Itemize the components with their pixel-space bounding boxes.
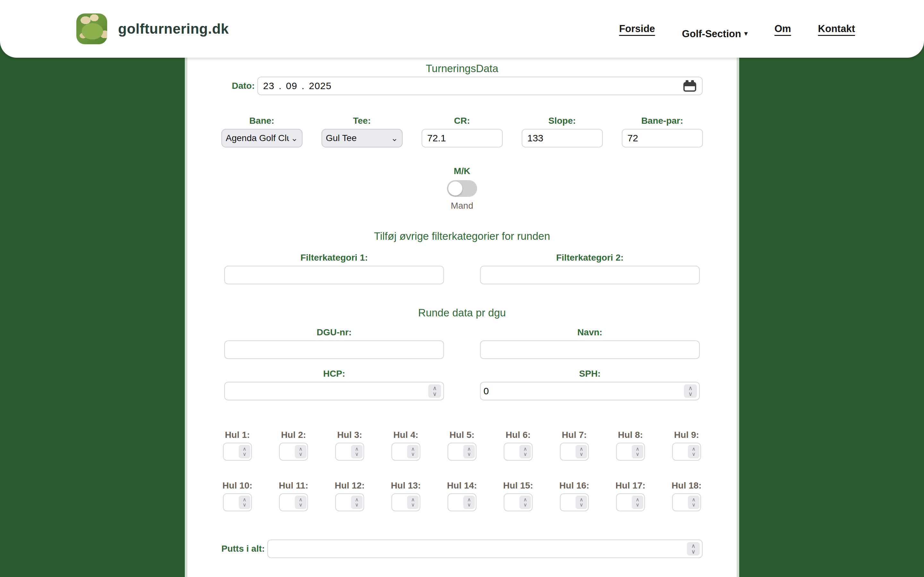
hul-1-label: Hul 1: [225,430,250,440]
stepper-icon[interactable]: ∧∨ [575,445,587,458]
nav-forside[interactable]: Forside [619,23,655,35]
hul-7-label: Hul 7: [562,430,587,440]
hul-9-label: Hul 9: [674,430,699,440]
stepper-icon[interactable]: ∧∨ [688,496,699,509]
tee-select-value: Gul Tee [326,133,389,143]
content-panel: TurneringsData Dato: Bane: Agenda Golf C… [185,58,739,577]
stepper-icon[interactable]: ∧ ∨ [428,384,441,398]
hcp-label: HCP: [323,369,345,379]
hul-12-label: Hul 12: [334,480,365,491]
stepper-icon[interactable]: ∧∨ [688,445,699,458]
select-chevron-icon: ⌄ [291,133,298,143]
calendar-icon[interactable] [683,80,696,92]
filter2-label: Filterkategori 2: [556,253,624,263]
stepper-icon[interactable]: ∧∨ [407,496,419,509]
hul-3-label: Hul 3: [337,430,362,440]
brand[interactable]: golfturnering.dk [76,13,229,44]
stepper-down-icon[interactable]: ∨ [691,549,695,554]
nav-kontakt[interactable]: Kontakt [818,23,855,35]
hul-2-label: Hul 2: [281,430,306,440]
bane-select[interactable]: Agenda Golf Club ⌄ [221,129,302,147]
stepper-icon[interactable]: ∧ ∨ [687,542,700,556]
hul-13-label: Hul 13: [391,480,421,491]
putts-label: Putts i alt: [221,544,267,554]
banepar-input[interactable] [622,129,703,147]
putts-row: Putts i alt: ∧ ∨ [221,540,703,558]
nav-golf-section-dropdown[interactable]: Golf-Section ▾ [682,28,748,40]
filter-heading: Tilføj øvrige filterkategorier for runde… [221,230,703,242]
main-nav: Forside Golf-Section ▾ Om Kontakt [619,23,855,35]
sph-input[interactable] [480,382,700,400]
stepper-icon[interactable]: ∧ ∨ [684,384,697,398]
gender-toggle[interactable] [447,180,477,197]
hul-5-label: Hul 5: [449,430,475,440]
player-row: DGU-nr: Navn: [221,327,703,359]
dgu-label: DGU-nr: [317,327,352,338]
cr-input[interactable] [422,129,503,147]
mk-label: M/K [454,166,470,176]
tee-select[interactable]: Gul Tee ⌄ [321,129,403,147]
banepar-label: Bane-par: [641,116,683,126]
stepper-icon[interactable]: ∧∨ [295,496,306,509]
nav-golf-section-label: Golf-Section [682,28,741,40]
slope-input[interactable] [522,129,603,147]
stepper-icon[interactable]: ∧∨ [632,445,643,458]
course-data-row: Bane: Agenda Golf Club ⌄ Tee: Gul Tee ⌄ … [221,116,703,147]
filter-row: Filterkategori 1: Filterkategori 2: [221,253,703,284]
dato-input[interactable] [257,77,703,95]
app-header: golfturnering.dk Forside Golf-Section ▾ … [0,0,924,58]
tee-label: Tee: [353,116,371,126]
runde-heading: Runde data pr dgu [221,307,703,319]
stepper-icon[interactable]: ∧∨ [463,445,475,458]
filter2-input[interactable] [480,266,700,284]
stepper-icon[interactable]: ∧∨ [351,445,363,458]
hul-11-label: Hul 11: [279,480,309,491]
filter1-input[interactable] [224,266,444,284]
gender-section: M/K Mand [221,166,703,211]
putts-input[interactable] [267,540,703,558]
stepper-icon[interactable]: ∧∨ [239,445,250,458]
navn-input[interactable] [480,340,700,359]
stepper-down-icon[interactable]: ∨ [688,391,692,397]
bane-label: Bane: [249,116,274,126]
stepper-icon[interactable]: ∧∨ [351,496,363,509]
stepper-icon[interactable]: ∧∨ [407,445,419,458]
stepper-icon[interactable]: ∧∨ [519,496,531,509]
page-body: TurneringsData Dato: Bane: Agenda Golf C… [0,58,924,577]
holes-back-row: Hul 10:∧∨ Hul 11:∧∨ Hul 12:∧∨ Hul 13:∧∨ … [221,480,703,511]
navn-label: Navn: [577,327,603,338]
hul-18-label: Hul 18: [672,480,701,491]
toggle-knob [448,181,462,195]
stepper-icon[interactable]: ∧∨ [295,445,306,458]
hul-15-label: Hul 15: [503,480,533,491]
turneringsdata-heading: TurneringsData [221,63,703,75]
stepper-icon[interactable]: ∧∨ [463,496,475,509]
golf-course-logo-icon [76,13,107,44]
hul-6-label: Hul 6: [506,430,531,440]
select-chevron-icon: ⌄ [391,133,398,143]
stepper-icon[interactable]: ∧∨ [519,445,531,458]
stepper-icon[interactable]: ∧∨ [239,496,250,509]
slope-label: Slope: [548,116,576,126]
hul-8-label: Hul 8: [618,430,643,440]
dato-row: Dato: [221,77,703,95]
hcp-input[interactable] [224,382,444,400]
dato-label: Dato: [221,81,257,91]
nav-om[interactable]: Om [774,23,791,35]
sph-label: SPH: [579,369,601,379]
stepper-icon[interactable]: ∧∨ [632,496,643,509]
hul-4-label: Hul 4: [393,430,418,440]
mk-state-label: Mand [451,201,473,211]
holes-front-row: Hul 1:∧∨ Hul 2:∧∨ Hul 3:∧∨ Hul 4:∧∨ Hul … [221,430,703,461]
cr-label: CR: [454,116,470,126]
hul-10-label: Hul 10: [222,480,252,491]
bane-select-value: Agenda Golf Club [226,133,289,143]
hul-17-label: Hul 17: [615,480,645,491]
hul-14-label: Hul 14: [447,480,477,491]
chevron-down-icon: ▾ [744,29,748,37]
dgu-input[interactable] [224,340,444,359]
stepper-icon[interactable]: ∧∨ [575,496,587,509]
hcp-sph-row: HCP: ∧ ∨ SPH: ∧ ∨ [221,369,703,400]
stepper-down-icon[interactable]: ∨ [433,391,437,397]
filter1-label: Filterkategori 1: [300,253,368,263]
